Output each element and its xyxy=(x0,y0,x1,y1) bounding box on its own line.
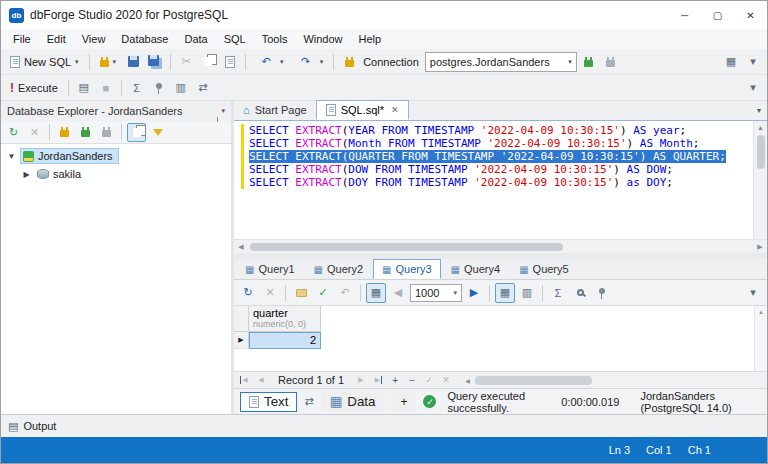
panel-menu-chevron[interactable]: ▾ xyxy=(221,107,225,115)
grid-vertical-scrollbar[interactable]: ▲ xyxy=(754,306,767,371)
page-size-combobox[interactable]: 1000 ▾ xyxy=(410,284,462,302)
disconnect-button[interactable] xyxy=(97,123,116,142)
next-record-button[interactable]: ▶ xyxy=(353,373,369,387)
toolbar-overflow[interactable]: ▾ xyxy=(743,52,763,72)
code-line[interactable]: SELECT EXTRACT(DOY FROM TIMESTAMP '2022-… xyxy=(234,176,753,189)
scrollbar-thumb[interactable] xyxy=(250,243,563,251)
menu-file[interactable]: File xyxy=(5,29,39,49)
menu-tools[interactable]: Tools xyxy=(254,29,296,49)
scrollbar-thumb[interactable] xyxy=(475,376,592,385)
scroll-up-icon[interactable]: ▲ xyxy=(757,121,764,134)
show-system-objects-button[interactable] xyxy=(127,123,146,142)
menu-edit[interactable]: Edit xyxy=(39,29,74,49)
rollback-button[interactable]: ↶ xyxy=(335,283,355,303)
new-sql-button[interactable]: New SQL ▾ xyxy=(5,51,84,73)
grid-horizontal-scrollbar[interactable]: ◀ xyxy=(461,374,767,387)
results-layout-button[interactable]: ▥ xyxy=(171,78,191,98)
minimize-button[interactable]: ─ xyxy=(668,1,701,29)
code-line[interactable]: SELECT EXTRACT(YEAR FROM TIMESTAMP '2022… xyxy=(234,124,753,137)
toolbar-overflow[interactable]: ▾ xyxy=(743,78,763,98)
scroll-up-icon[interactable]: ▲ xyxy=(758,306,764,317)
paging-mode-button[interactable]: ▦ xyxy=(366,283,386,303)
grid-column-header[interactable]: quarter numeric(0, 0) xyxy=(249,306,321,332)
editor-vertical-scrollbar[interactable]: ▲ xyxy=(753,121,767,239)
scroll-left-icon[interactable]: ◀ xyxy=(461,377,474,384)
redo-button[interactable]: ↷ ▾ xyxy=(291,51,329,73)
tab-query4[interactable]: ▦Query4 xyxy=(442,259,510,279)
open-data-button[interactable] xyxy=(291,283,311,303)
data-view-button[interactable]: ▦ Data xyxy=(321,392,385,412)
pin-result-button[interactable] xyxy=(592,283,612,303)
append-record-button[interactable]: + xyxy=(387,373,403,387)
tab-start-page[interactable]: ⌂ Start Page xyxy=(234,100,316,120)
menu-data[interactable]: Data xyxy=(176,29,215,49)
refresh-button[interactable]: ↻ xyxy=(4,123,23,142)
new-connection-button[interactable] xyxy=(55,123,74,142)
add-view-button[interactable]: + xyxy=(391,392,416,412)
delete-record-button[interactable]: − xyxy=(404,373,420,387)
first-record-button[interactable]: ◀ xyxy=(236,373,252,387)
grid-cell[interactable]: 2 xyxy=(249,332,321,349)
close-tab-icon[interactable]: ✕ xyxy=(391,105,399,115)
editor-horizontal-scrollbar[interactable]: ◀ ▶ xyxy=(234,239,767,253)
collapse-chevron-icon[interactable]: ▼ xyxy=(7,152,16,161)
aggregates-button[interactable]: Σ xyxy=(548,283,568,303)
compare-button[interactable]: ⇄ xyxy=(193,78,213,98)
maximize-button[interactable]: ▢ xyxy=(701,1,734,29)
pin-results-button[interactable] xyxy=(149,78,169,98)
code-line[interactable]: SELECT EXTRACT(QUARTER FROM TIMESTAMP '2… xyxy=(234,150,753,163)
scroll-left-icon[interactable]: ◀ xyxy=(234,243,248,251)
document-outline-button[interactable]: ▦ xyxy=(721,52,741,72)
query-profiler-button[interactable]: Σ xyxy=(127,78,147,98)
cancel-refresh-button[interactable]: ✕ xyxy=(260,283,280,303)
connection-combobox[interactable]: postgres.JordanSanders ▾ xyxy=(425,52,577,72)
menu-view[interactable]: View xyxy=(74,29,114,49)
menu-window[interactable]: Window xyxy=(295,29,350,49)
tab-query2[interactable]: ▦Query2 xyxy=(305,259,373,279)
connect-button[interactable] xyxy=(76,123,95,142)
menu-database[interactable]: Database xyxy=(113,29,176,49)
end-edit-button[interactable]: ✓ xyxy=(421,373,437,387)
card-view-button[interactable]: ▥ xyxy=(517,283,537,303)
cut-button[interactable]: ✂ xyxy=(176,52,196,72)
code-line[interactable]: SELECT EXTRACT(DOW FROM TIMESTAMP '2022-… xyxy=(234,163,753,176)
row-selector[interactable]: ▶ xyxy=(234,332,249,349)
tab-query3[interactable]: ▦Query3 xyxy=(373,259,441,279)
previous-record-button[interactable]: ◀ xyxy=(253,373,269,387)
tree-node-database[interactable]: ▶ sakila xyxy=(1,165,231,183)
swap-view-icon[interactable]: ⇄ xyxy=(304,395,313,408)
save-all-button[interactable] xyxy=(145,52,165,72)
execute-script-button[interactable]: ▤ xyxy=(74,78,94,98)
expand-chevron-icon[interactable]: ▶ xyxy=(22,170,31,179)
cancel-edit-button[interactable]: ✕ xyxy=(438,373,454,387)
menu-help[interactable]: Help xyxy=(351,29,390,49)
scroll-right-icon[interactable]: ▶ xyxy=(753,243,767,251)
stop-execution-button[interactable]: ■ xyxy=(96,78,116,98)
copy-button[interactable] xyxy=(198,52,218,72)
tab-list-chevron[interactable]: ▾ xyxy=(751,106,767,115)
refresh-results-button[interactable]: ↻ xyxy=(238,283,258,303)
tab-query5[interactable]: ▦Query5 xyxy=(510,259,578,279)
tab-query1[interactable]: ▦Query1 xyxy=(236,259,304,279)
tree-node-connection[interactable]: ▼ JordanSanders xyxy=(1,147,231,165)
undo-button[interactable]: ↶ ▾ xyxy=(251,51,289,73)
menu-sql[interactable]: SQL xyxy=(216,29,254,49)
grid-corner-cell[interactable] xyxy=(234,306,249,332)
find-in-results-button[interactable] xyxy=(570,283,590,303)
filter-button[interactable] xyxy=(148,123,167,142)
save-button[interactable] xyxy=(123,52,143,72)
paste-button[interactable] xyxy=(220,52,240,72)
toolbar-overflow[interactable]: ▾ xyxy=(743,283,763,303)
new-connection-button[interactable]: ▾ xyxy=(95,51,122,73)
connect-button[interactable] xyxy=(579,52,599,72)
commit-button[interactable]: ✓ xyxy=(313,283,333,303)
scrollbar-track[interactable] xyxy=(248,240,753,253)
execute-button[interactable]: ! Execute xyxy=(5,77,63,99)
text-view-button[interactable]: Text xyxy=(240,392,297,412)
next-page-button[interactable]: ▶ xyxy=(464,283,484,303)
previous-page-button[interactable]: ◀ xyxy=(388,283,408,303)
disconnect-button[interactable] xyxy=(601,52,621,72)
grid-view-button[interactable]: ▦ xyxy=(495,283,515,303)
last-record-button[interactable]: ▶ xyxy=(370,373,386,387)
delete-button[interactable]: ✕ xyxy=(25,123,44,142)
